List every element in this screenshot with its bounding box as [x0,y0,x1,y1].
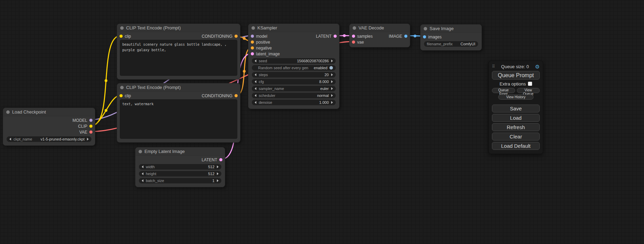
node-title-bar[interactable]: VAE Decode [350,24,410,32]
slot-dot-images[interactable] [423,35,426,38]
slot-dot-negative[interactable] [251,46,254,49]
output-slot-conditioning[interactable]: CONDITIONING [202,93,238,98]
widget-width[interactable]: width 512 [139,164,221,170]
increment-arrow-icon[interactable] [331,80,333,83]
decrement-arrow-icon[interactable] [255,101,256,104]
widget-sampler-name[interactable]: sampler_name euler [252,86,336,91]
output-slot-latent[interactable]: LATENT [135,157,225,163]
collapse-toggle-icon[interactable] [353,26,356,30]
widget-filename-prefix[interactable]: filename_prefix ComfyUI [424,41,478,47]
slot-dot-clip[interactable] [120,35,123,38]
node-vae-decode[interactable]: VAE Decode samples vae IMAGE [349,24,410,47]
slot-dot-model[interactable] [89,119,92,122]
decrement-arrow-icon[interactable] [255,80,256,83]
queue-prompt-button[interactable]: Queue Prompt [492,71,540,80]
output-slot-vae[interactable]: VAE [3,129,95,135]
node-title-bar[interactable]: Load Checkpoint [3,108,95,116]
collapse-toggle-icon[interactable] [424,27,427,30]
input-slot-samples[interactable]: samples [350,33,375,39]
drag-handle-icon[interactable]: ⠿ [492,64,495,69]
widget-seed[interactable]: seed 156680208700286 [252,58,336,64]
node-clip-text-encode-positive[interactable]: CLIP Text Encode (Prompt) clip CONDITION… [117,24,240,80]
node-clip-text-encode-negative[interactable]: CLIP Text Encode (Prompt) clip CONDITION… [117,83,240,143]
increment-arrow-icon[interactable] [217,179,219,182]
input-slot-latent-image[interactable]: latent_image [248,51,282,57]
widget-random-seed-toggle[interactable]: Random seed after every gen enabled [252,65,336,71]
slot-dot-clip[interactable] [120,94,123,97]
clear-button[interactable]: Clear [492,133,540,141]
slot-dot-positive[interactable] [251,40,254,44]
positive-prompt-textarea[interactable]: beautiful scenery nature glass bottle la… [120,40,237,76]
output-slot-conditioning[interactable]: CONDITIONING [202,34,238,39]
widget-steps[interactable]: steps 20 [252,72,336,78]
decrement-arrow-icon[interactable] [142,165,143,168]
extra-options-checkbox[interactable] [528,82,532,86]
input-slot-clip[interactable]: clip [120,93,131,98]
graph-canvas[interactable]: Load Checkpoint MODEL CLIP VAE ckpt_name… [0,0,644,244]
widget-scheduler[interactable]: scheduler normal [252,93,336,98]
widget-height[interactable]: height 512 [139,171,221,177]
increment-arrow-icon[interactable] [217,165,219,168]
node-title-bar[interactable]: CLIP Text Encode (Prompt) [117,83,240,92]
decrement-arrow-icon[interactable] [9,138,11,141]
node-save-image[interactable]: Save Image images filename_prefix ComfyU… [420,24,482,51]
decrement-arrow-icon[interactable] [255,87,256,90]
input-slot-clip[interactable]: clip [120,34,131,39]
collapse-toggle-icon[interactable] [6,110,10,114]
slot-dot-vae[interactable] [89,130,92,134]
collapse-toggle-icon[interactable] [139,150,142,153]
input-slot-model[interactable]: model [248,33,282,39]
decrement-arrow-icon[interactable] [255,73,256,76]
input-slot-images[interactable]: images [421,34,482,40]
load-button[interactable]: Load [492,114,540,122]
collapse-toggle-icon[interactable] [252,26,255,30]
node-title-bar[interactable]: Empty Latent Image [135,147,225,156]
toggle-dot-icon[interactable] [329,66,333,70]
input-slot-positive[interactable]: positive [248,39,282,45]
decrement-arrow-icon[interactable] [142,179,143,182]
node-title-bar[interactable]: Save Image [421,25,482,33]
settings-gear-icon[interactable]: ⚙ [535,64,540,69]
increment-arrow-icon[interactable] [331,60,333,62]
node-ksampler[interactable]: KSampler model positive negative [248,24,339,109]
collapse-toggle-icon[interactable] [120,86,124,89]
widget-denoise[interactable]: denoise 1.000 [252,100,336,105]
output-slot-clip[interactable]: CLIP [3,123,95,129]
slot-dot-samples[interactable] [352,35,355,38]
slot-dot-vae[interactable] [352,40,355,44]
decrement-arrow-icon[interactable] [142,172,143,175]
input-slot-negative[interactable]: negative [248,45,282,51]
view-history-button[interactable]: View History [498,94,533,100]
decrement-arrow-icon[interactable] [255,94,256,97]
negative-prompt-textarea[interactable]: text, watermark [120,99,237,139]
slot-dot-latent[interactable] [334,35,337,38]
refresh-button[interactable]: Refresh [492,123,540,131]
slot-dot-conditioning[interactable] [235,35,238,38]
widget-cfg[interactable]: cfg 8.000 [252,79,336,84]
slot-dot-conditioning[interactable] [235,94,238,97]
widget-ckpt-name[interactable]: ckpt_name v1-5-pruned-emaonly.ckpt [7,136,91,142]
node-empty-latent-image[interactable]: Empty Latent Image LATENT width 512 heig… [135,147,225,187]
widget-batch-size[interactable]: batch_size 1 [139,178,221,183]
slot-dot-clip[interactable] [89,125,92,128]
load-default-button[interactable]: Load Default [492,142,540,150]
slot-dot-latent-image[interactable] [251,52,254,55]
node-title-bar[interactable]: KSampler [248,24,339,32]
decrement-arrow-icon[interactable] [255,60,256,62]
queue-front-button[interactable]: Queue Front [492,88,515,93]
collapse-toggle-icon[interactable] [120,26,124,30]
input-slot-vae[interactable]: vae [350,39,375,45]
increment-arrow-icon[interactable] [331,101,333,104]
slot-dot-latent[interactable] [219,158,222,161]
save-button[interactable]: Save [492,105,540,112]
increment-arrow-icon[interactable] [331,73,333,76]
increment-arrow-icon[interactable] [331,94,333,97]
node-load-checkpoint[interactable]: Load Checkpoint MODEL CLIP VAE ckpt_name… [3,108,95,146]
output-slot-model[interactable]: MODEL [3,117,95,123]
increment-arrow-icon[interactable] [87,138,89,141]
view-queue-button[interactable]: View Queue [517,88,540,93]
slot-dot-model[interactable] [251,35,254,38]
slot-dot-image[interactable] [404,35,407,38]
node-title-bar[interactable]: CLIP Text Encode (Prompt) [117,24,240,32]
output-slot-image[interactable]: IMAGE [386,33,410,39]
